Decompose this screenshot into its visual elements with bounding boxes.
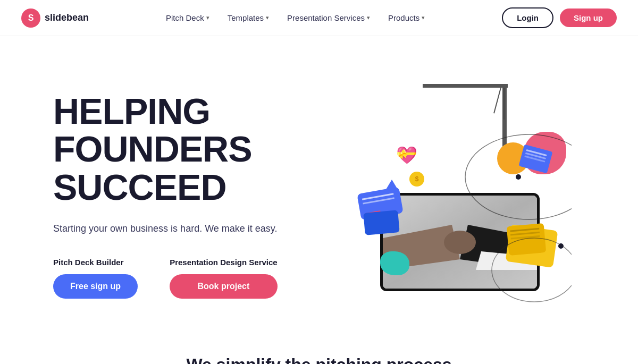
blue-card-2 [363, 210, 399, 235]
coin-badge: $ [409, 172, 424, 187]
bottom-teaser: We simplify the pitching process [0, 344, 638, 364]
nav-item-templates[interactable]: Templates ▾ [220, 9, 276, 27]
orbit-dot-1 [516, 174, 521, 180]
hero-subtitle: Starting your own business is hard. We m… [53, 221, 287, 236]
orbit-dot-2 [558, 243, 564, 249]
hero-ctas: Pitch Deck Builder Free sign up Presenta… [53, 258, 287, 299]
crane-arm [423, 84, 508, 88]
chevron-down-icon: ▾ [422, 14, 425, 21]
nav-item-presentation-services[interactable]: Presentation Services ▾ [280, 9, 377, 27]
logo-icon: S [21, 9, 40, 28]
signup-button[interactable]: Sign up [560, 9, 617, 27]
nav-actions: Login Sign up [502, 7, 617, 28]
hero-title: HELPING FOUNDERS SUCCEED [53, 92, 287, 206]
hero-section: HELPING FOUNDERS SUCCEED Starting your o… [0, 36, 638, 344]
chevron-down-icon: ▾ [266, 14, 269, 21]
illustration-container: 💝 $ [348, 84, 572, 307]
crane-support [493, 88, 501, 114]
chevron-down-icon: ▾ [367, 14, 370, 21]
svg-point-1 [444, 231, 476, 254]
nav-links: Pitch Deck ▾ Templates ▾ Presentation Se… [158, 9, 432, 27]
hero-content: HELPING FOUNDERS SUCCEED Starting your o… [53, 92, 287, 299]
navbar: S slidebean Pitch Deck ▾ Templates ▾ Pre… [0, 0, 638, 36]
cta-left-group: Pitch Deck Builder Free sign up [53, 258, 138, 299]
teal-shape [380, 251, 409, 275]
logo-text: slidebean [45, 12, 89, 23]
heart-icon: 💝 [396, 145, 417, 165]
yellow-card-2 [507, 223, 547, 256]
book-project-button[interactable]: Book project [170, 274, 278, 299]
nav-item-products[interactable]: Products ▾ [381, 9, 432, 27]
cta-right-group: Presentation Design Service Book project [170, 258, 278, 299]
hero-illustration: 💝 $ [324, 68, 595, 323]
triangle-accent [385, 180, 398, 190]
logo-link[interactable]: S slidebean [21, 9, 89, 28]
chevron-down-icon: ▾ [206, 14, 209, 21]
free-signup-button[interactable]: Free sign up [53, 274, 138, 299]
cta-right-label: Presentation Design Service [170, 258, 278, 267]
nav-item-pitch-deck[interactable]: Pitch Deck ▾ [158, 9, 217, 27]
cta-left-label: Pitch Deck Builder [53, 258, 138, 267]
login-button[interactable]: Login [502, 7, 553, 28]
crane-cable [503, 88, 505, 120]
